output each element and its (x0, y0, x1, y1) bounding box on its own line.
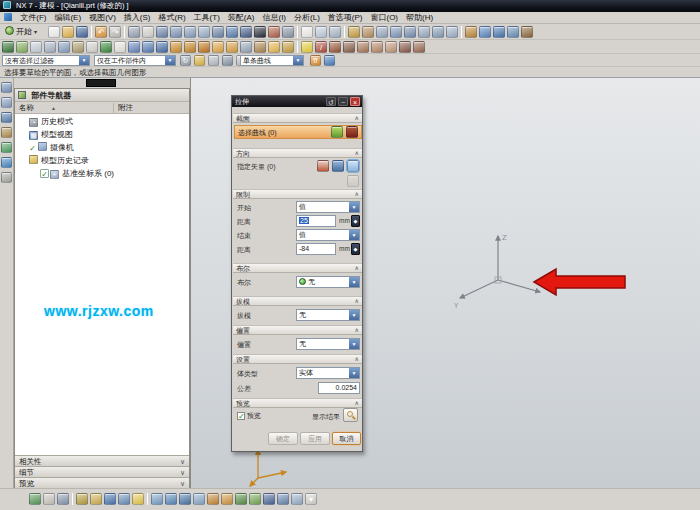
dialog-reset-icon[interactable]: ↺ (326, 97, 336, 106)
boolean-dropdown[interactable]: 无 ▼ (296, 276, 360, 288)
offset-dropdown[interactable]: 无 ▼ (296, 338, 360, 350)
menu-item-9[interactable]: 分析(L) (290, 12, 324, 24)
sheet-tool-icon[interactable] (507, 26, 519, 38)
revolve-icon[interactable] (114, 41, 126, 53)
hole-icon[interactable] (170, 41, 182, 53)
tree-item-4[interactable]: 模型历史记录 (15, 154, 189, 167)
bounds-icon[interactable] (118, 493, 130, 505)
pad-icon[interactable] (212, 41, 224, 53)
layer-icon[interactable] (151, 493, 163, 505)
body-type-dropdown[interactable]: 实体 ▼ (296, 367, 360, 379)
point-icon[interactable] (72, 41, 84, 53)
navigator-bar-3[interactable]: 预览∨ (15, 477, 189, 488)
cone-icon[interactable] (156, 41, 168, 53)
angle-icon[interactable] (104, 493, 116, 505)
constraint-navigator-icon[interactable] (1, 97, 12, 108)
ok-button[interactable]: 确定 (268, 432, 298, 445)
tree-item-2[interactable]: ▦模型视图 (15, 128, 189, 141)
collapse-chevron-icon[interactable]: ∧ (355, 326, 359, 335)
collapse-chevron-icon[interactable]: ∧ (355, 190, 359, 199)
zoom-view-icon[interactable] (170, 26, 182, 38)
cylinder-icon[interactable] (142, 41, 154, 53)
wireframe-view-icon[interactable] (240, 26, 252, 38)
select-cursor-icon[interactable] (128, 26, 140, 38)
mirror-icon[interactable] (277, 493, 289, 505)
deselect-icon[interactable] (208, 55, 219, 66)
history-palette-icon[interactable] (1, 172, 12, 183)
vector-dialog-icon[interactable] (317, 160, 329, 172)
point-dialog-icon[interactable] (362, 26, 374, 38)
end-dropdown[interactable]: 值 ▼ (296, 229, 360, 241)
curve-icon[interactable] (346, 126, 358, 138)
menu-item-10[interactable]: 首选项(P) (324, 12, 367, 24)
apply-button[interactable]: 应用 (300, 432, 330, 445)
fillet-icon[interactable] (357, 41, 369, 53)
distance2-spinner[interactable]: ◆ (351, 243, 360, 255)
intersection-icon[interactable] (404, 26, 416, 38)
section-header-limits[interactable]: 限制 ∧ (233, 189, 362, 199)
menu-item-8[interactable]: 信息(I) (258, 12, 290, 24)
tolerance-input[interactable]: 0.0254 (318, 382, 360, 394)
info-icon[interactable] (132, 493, 144, 505)
face-analysis-icon[interactable] (268, 26, 280, 38)
open-file-icon[interactable] (62, 26, 74, 38)
fit-view-icon[interactable] (156, 26, 168, 38)
circle-icon[interactable] (343, 41, 355, 53)
play-icon[interactable] (29, 493, 41, 505)
distance-icon[interactable] (90, 493, 102, 505)
web-browser-icon[interactable] (1, 157, 12, 168)
intersect-curve-icon[interactable] (413, 41, 425, 53)
hd3d-tools-icon[interactable] (1, 142, 12, 153)
surface-tool-icon[interactable] (493, 26, 505, 38)
scale-icon[interactable] (291, 493, 303, 505)
new-file-icon[interactable] (48, 26, 60, 38)
menu-item-12[interactable]: 帮助(H) (402, 12, 437, 24)
sketch-in-task-icon[interactable] (16, 41, 28, 53)
dropdown-arrow-icon[interactable]: ▼ (349, 230, 359, 240)
collapse-chevron-icon[interactable]: ∧ (355, 264, 359, 273)
menu-item-7[interactable]: 装配(A) (224, 12, 259, 24)
tree-item-1[interactable]: ◔历史模式 (15, 115, 189, 128)
more-dot[interactable]: . (142, 26, 154, 38)
dropdown-arrow-icon[interactable]: ▼ (79, 56, 89, 65)
transform-icon[interactable] (249, 493, 261, 505)
move-icon[interactable] (235, 493, 247, 505)
pan-view-icon[interactable] (184, 26, 196, 38)
offset-curve-icon[interactable] (385, 41, 397, 53)
start-button[interactable]: 开始▾ (2, 25, 40, 38)
section-header-boolean[interactable]: 布尔 ∧ (233, 263, 362, 273)
more-caret[interactable]: ▾ (305, 493, 317, 505)
center-point-icon[interactable] (418, 26, 430, 38)
expression-icon[interactable] (43, 493, 55, 505)
chamfer-icon[interactable] (371, 41, 383, 53)
tree-check-icon[interactable]: ✓ (28, 144, 37, 153)
show-result-button[interactable] (343, 408, 358, 422)
pocket-icon[interactable] (198, 41, 210, 53)
start-dropdown[interactable]: 值 ▼ (296, 201, 360, 213)
select-curve-row[interactable]: 选择曲线 (0) (234, 125, 362, 139)
trimetric-view-icon[interactable] (301, 26, 313, 38)
undo-icon[interactable]: ↶ (95, 26, 107, 38)
display-icon[interactable] (165, 493, 177, 505)
refresh-icon[interactable]: ↻ (180, 55, 191, 66)
dialog-minimize-icon[interactable]: − (338, 97, 348, 106)
selection-filter-dropdown[interactable]: 没有选择过滤器 ▼ (2, 55, 90, 66)
distance1-input[interactable]: 25 (296, 215, 336, 227)
measure-icon[interactable] (76, 493, 88, 505)
assembly-navigator-icon[interactable] (1, 82, 12, 93)
highlight-icon[interactable] (222, 55, 233, 66)
dropdown-arrow-icon[interactable]: ▼ (349, 277, 359, 287)
orient-view-icon[interactable] (212, 26, 224, 38)
end-point-icon[interactable] (376, 26, 388, 38)
inferred-vector-icon[interactable] (347, 160, 359, 172)
section-header-section[interactable]: 截面 ∧ (233, 113, 362, 123)
dropdown-arrow-icon[interactable]: ▼ (349, 339, 359, 349)
cancel-button[interactable]: 取消 (332, 432, 361, 445)
reuse-library-icon[interactable] (1, 127, 12, 138)
distance2-input[interactable]: -84 (296, 243, 336, 255)
sketch-icon[interactable] (2, 41, 14, 53)
stop-at-intersection-icon[interactable]: ⇈ (310, 55, 321, 66)
section-header-direction[interactable]: 方向 ∧ (233, 148, 362, 158)
render-style-icon[interactable] (254, 26, 266, 38)
collapse-chevron-icon[interactable]: ∧ (355, 355, 359, 364)
